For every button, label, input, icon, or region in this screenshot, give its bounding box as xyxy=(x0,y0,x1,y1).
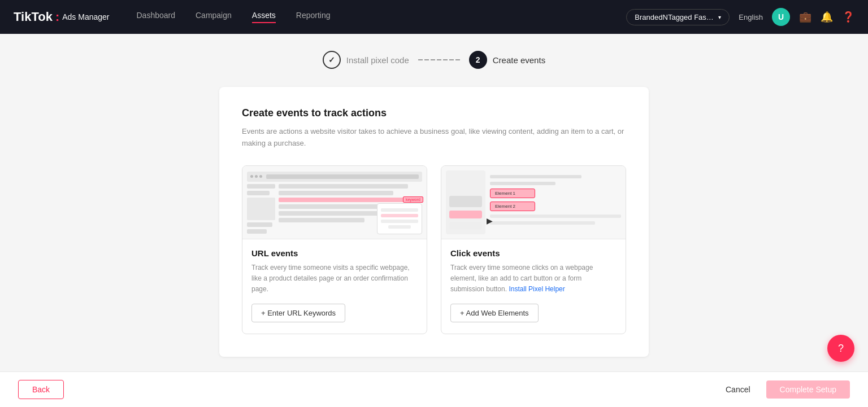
nav-assets[interactable]: Assets xyxy=(252,11,276,23)
bell-icon[interactable]: 🔔 xyxy=(821,11,833,23)
card-title: Create events to track actions xyxy=(242,107,626,119)
create-events-card: Create events to track actions Events ar… xyxy=(219,87,649,357)
card-description: Events are actions a website visitor tak… xyxy=(242,126,626,150)
click-event-card: ▶ Element 1 Element 2 Click events xyxy=(441,165,626,335)
account-name: BrandedNTagged Fashi... xyxy=(635,13,714,21)
step-1: ✓ Install pixel code xyxy=(323,51,409,69)
question-icon: ? xyxy=(838,343,844,355)
url-event-illustration: keyword xyxy=(242,166,427,239)
footer: Back Cancel Complete Setup xyxy=(0,371,868,407)
main-content: ✓ Install pixel code 2 Create events Cre… xyxy=(0,34,868,402)
url-event-body: URL events Track every time someone visi… xyxy=(242,239,427,334)
step-1-circle: ✓ xyxy=(323,51,341,69)
click-event-illustration: ▶ Element 1 Element 2 xyxy=(441,166,626,239)
logo-tiktok: TikTok xyxy=(14,10,53,24)
event-cards-container: keyword xyxy=(242,165,626,335)
navbar: TikTok : Ads Manager Dashboard Campaign … xyxy=(0,0,868,34)
stepper: ✓ Install pixel code 2 Create events xyxy=(323,51,545,69)
nav-links: Dashboard Campaign Assets Reporting xyxy=(136,11,626,23)
click-event-title: Click events xyxy=(450,248,617,258)
nav-reporting[interactable]: Reporting xyxy=(296,11,331,23)
element-1-badge: Element 1 xyxy=(490,189,535,198)
step-1-label: Install pixel code xyxy=(346,55,409,65)
complete-setup-button[interactable]: Complete Setup xyxy=(766,380,850,399)
footer-right: Cancel Complete Setup xyxy=(717,380,850,399)
keyword-label: keyword xyxy=(403,196,423,203)
click-event-desc: Track every time someone clicks on a web… xyxy=(450,262,617,295)
language-selector[interactable]: English xyxy=(739,13,763,21)
element-2-badge: Element 2 xyxy=(490,202,535,211)
step-2-label: Create events xyxy=(493,55,545,65)
help-fab[interactable]: ? xyxy=(827,335,854,362)
logo-ads: Ads Manager xyxy=(62,12,109,21)
help-icon[interactable]: ❓ xyxy=(842,11,854,23)
step-2-circle: 2 xyxy=(469,51,487,69)
nav-dashboard[interactable]: Dashboard xyxy=(136,11,175,23)
step-2: 2 Create events xyxy=(469,51,545,69)
briefcase-icon[interactable]: 💼 xyxy=(799,11,811,23)
nav-right: BrandedNTagged Fashi... ▾ English U 💼 🔔 … xyxy=(626,8,854,26)
back-button[interactable]: Back xyxy=(18,380,64,399)
cursor-icon: ▶ xyxy=(487,216,493,225)
chevron-down-icon: ▾ xyxy=(718,14,721,20)
cancel-button[interactable]: Cancel xyxy=(717,380,760,399)
nav-campaign[interactable]: Campaign xyxy=(196,11,232,23)
step-divider xyxy=(418,59,460,60)
add-web-elements-button[interactable]: + Add Web Elements xyxy=(450,304,539,322)
url-event-desc: Track every time someone visits a specif… xyxy=(251,262,418,295)
install-pixel-helper-link[interactable]: Install Pixel Helper xyxy=(509,285,565,293)
logo: TikTok : Ads Manager xyxy=(14,10,109,24)
account-switcher[interactable]: BrandedNTagged Fashi... ▾ xyxy=(626,9,730,25)
click-event-body: Click events Track every time someone cl… xyxy=(441,239,626,334)
url-event-title: URL events xyxy=(251,248,418,258)
enter-url-keywords-button[interactable]: + Enter URL Keywords xyxy=(251,304,345,322)
avatar[interactable]: U xyxy=(772,8,790,26)
url-event-card: keyword xyxy=(242,165,427,335)
